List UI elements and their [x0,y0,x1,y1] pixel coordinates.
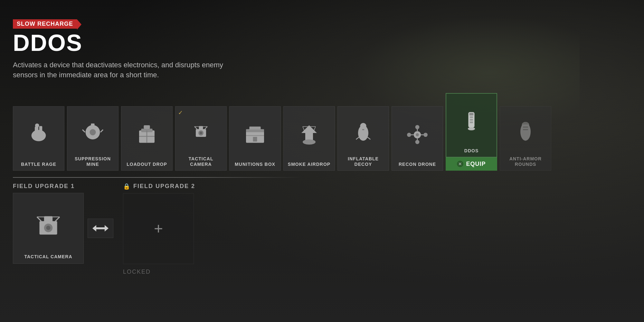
svg-point-51 [468,127,475,130]
svg-rect-5 [91,123,94,128]
smoke-airdrop-label: SMOKE AIRDROP [288,162,330,167]
recon-drone-icon [403,110,432,159]
battle-rage-icon [24,110,53,159]
tactical-camera-label: TACTICAL CAMERA [179,156,223,167]
inflatable-decoy-icon [349,110,378,154]
field-upgrade-1-item-label: TACTICAL CAMERA [24,254,72,260]
svg-marker-64 [92,225,109,232]
loadout-drop-icon [132,110,161,159]
anti-armor-rounds-label: ANTI-ARMOR ROUNDS [503,156,548,167]
recon-drone-label: RECON DRONE [399,162,436,167]
munitions-box-icon [241,110,270,159]
anti-armor-rounds-icon [511,110,540,154]
item-inflatable-decoy[interactable]: INFLATABLE DECOY [337,106,389,171]
item-ddos[interactable]: DDOS [446,93,497,157]
field-upgrade-1: FIELD UPGRADE 1 TACTI [13,183,113,275]
field-upgrade-1-label: FIELD UPGRADE 1 [13,183,113,190]
ability-title: DDOS [13,31,631,54]
svg-rect-13 [144,125,150,129]
svg-point-59 [46,226,50,230]
svg-point-16 [200,132,202,134]
svg-line-19 [205,127,207,129]
svg-line-62 [55,217,60,221]
svg-point-45 [415,140,420,144]
item-suppression-mine[interactable]: SUPPRESSION MINE [67,106,118,171]
item-loadout-drop[interactable]: LOADOUT DROP [121,106,173,171]
svg-point-3 [35,124,39,128]
ddos-icon [457,97,486,146]
add-plus-icon: + [154,220,163,237]
svg-line-35 [367,137,370,139]
items-carousel: BATTLE RAGE SUPPRESSION MINE [13,93,631,171]
svg-line-7 [82,129,85,132]
svg-rect-55 [523,127,528,128]
field-upgrades: FIELD UPGRADE 1 TACTI [13,183,631,275]
smoke-airdrop-icon [295,110,324,159]
tactical-camera-icon [186,110,215,154]
svg-point-6 [90,129,96,135]
item-battle-rage[interactable]: BATTLE RAGE [13,106,64,171]
tactical-camera-checkmark: ✓ [178,109,183,116]
svg-rect-48 [470,117,473,118]
equip-x-icon: ✕ [457,161,463,167]
svg-rect-47 [469,113,474,116]
item-recon-drone[interactable]: RECON DRONE [392,106,443,171]
munitions-box-label: MUNITIONS BOX [235,162,275,167]
svg-point-32 [360,123,366,129]
field-upgrade-1-item[interactable]: TACTICAL CAMERA [13,193,84,264]
item-ddos-wrapper: DDOS ✕ EQUIP [446,93,497,171]
loadout-drop-label: LOADOUT DROP [127,162,167,167]
field-upgrade-1-content: TACTICAL CAMERA [13,193,113,264]
svg-rect-49 [470,119,473,121]
field-upgrade-1-item-icon [29,197,68,254]
equip-label: EQUIP [466,161,486,167]
item-munitions-box[interactable]: MUNITIONS BOX [229,106,281,171]
item-tactical-camera[interactable]: ✓ TACTICAL CAMERA [175,106,227,171]
svg-point-42 [407,133,411,137]
svg-rect-25 [253,137,257,141]
svg-rect-33 [362,129,364,130]
svg-point-0 [32,130,46,141]
slow-recharge-badge: SLOW RECHARGE [13,19,77,29]
svg-line-61 [37,217,41,221]
equip-button[interactable]: ✕ EQUIP [446,157,497,171]
svg-point-43 [423,133,428,137]
svg-rect-23 [249,127,260,130]
svg-rect-1 [35,127,38,134]
svg-point-37 [416,133,419,137]
item-smoke-airdrop[interactable]: SMOKE AIRDROP [283,106,335,171]
battle-rage-label: BATTLE RAGE [21,162,56,167]
suppression-mine-label: SUPPRESSION MINE [71,156,115,167]
svg-marker-26 [301,125,317,141]
field-upgrade-2-label: FIELD UPGRADE 2 [133,183,195,190]
ability-description: Activates a device that deactivates elec… [13,60,238,80]
item-anti-armor-rounds[interactable]: ANTI-ARMOR ROUNDS [500,106,551,171]
locked-label: LOCKED [123,269,195,275]
svg-rect-50 [470,122,473,123]
field-upgrade-2: 🔒 FIELD UPGRADE 2 + LOCKED [123,183,195,275]
svg-rect-2 [39,126,43,133]
svg-line-34 [356,137,359,139]
suppression-mine-icon [78,110,107,154]
ddos-label: DDOS [464,148,478,154]
lock-icon: 🔒 [123,183,130,190]
svg-point-44 [415,125,420,129]
badge-slow-recharge: SLOW RECHARGE [13,19,631,31]
svg-rect-56 [523,129,528,130]
divider [13,177,303,178]
add-upgrade-card[interactable]: + [123,193,194,264]
svg-line-18 [194,127,197,129]
svg-point-27 [303,139,316,145]
swap-button[interactable] [88,219,113,238]
inflatable-decoy-label: INFLATABLE DECOY [341,156,385,167]
svg-rect-54 [522,124,529,131]
svg-line-8 [100,129,103,132]
main-content: SLOW RECHARGE DDOS Activates a device th… [0,0,644,275]
field-upgrade-2-content: + [123,193,195,264]
